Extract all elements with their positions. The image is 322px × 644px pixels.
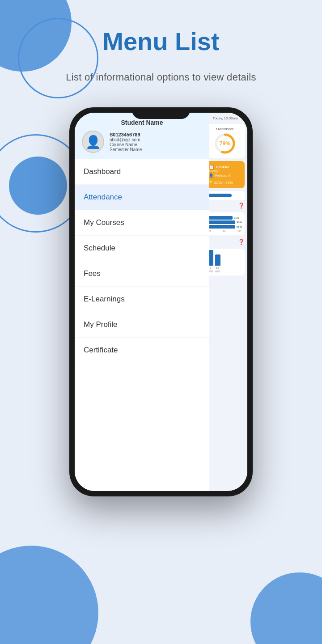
menu-item-my-profile[interactable]: My Profile xyxy=(75,312,209,338)
user-icon: 👤 xyxy=(85,135,101,149)
bar-col-fill-2 xyxy=(215,254,220,266)
profile-row: 👤 S0123456789 abcd@xyz.com Course Name S… xyxy=(82,131,202,153)
phone-screen: 9:41 ⊛ Wordpro Technical Ukiersity Wordp… xyxy=(75,113,247,491)
bar-col-2: 5.5 PSD xyxy=(215,254,220,273)
course-label: Course/ xyxy=(216,165,229,169)
menu-item-dashboard[interactable]: Dashboard xyxy=(75,159,209,185)
attendance-card: t Attendance 79% xyxy=(205,124,245,158)
attendance-label: t Attendance xyxy=(209,127,241,131)
bar-pct-1: 91% xyxy=(234,216,239,219)
menu-item-elearnings[interactable]: E-Learnings xyxy=(75,287,209,312)
bar-row-2: 96% xyxy=(208,220,242,224)
menu-item-certificate[interactable]: Certificate xyxy=(75,338,209,363)
phone-mockup: 9:41 ⊛ Wordpro Technical Ukiersity Wordp… xyxy=(69,107,253,496)
menu-item-schedule[interactable]: Schedule xyxy=(75,236,209,261)
menu-items-list: Dashboard Attendance My Courses Schedule… xyxy=(75,159,209,491)
axis-90: 90 xyxy=(223,230,226,233)
progress-bar-area xyxy=(205,191,245,200)
course-stat: 20/30 : 76% xyxy=(214,181,233,185)
course-type: Theory xyxy=(209,169,241,173)
bar-chart: 91% 96% 98% 80 90 100 xyxy=(205,212,245,235)
bar-fill-3 xyxy=(208,225,235,229)
bar-pct-3: 98% xyxy=(237,225,242,228)
bar-row-3: 98% xyxy=(208,225,242,229)
menu-overlay: Student Name 👤 S0123456789 abcd@xyz.com … xyxy=(75,113,209,491)
student-name-label: Student Name xyxy=(82,119,202,126)
progress-bar xyxy=(208,194,232,197)
avatar: 👤 xyxy=(82,131,104,153)
student-course: Course Name xyxy=(110,142,202,147)
refresh-icon[interactable]: ↻ xyxy=(241,116,244,120)
bar-col-label-1: 7 xyxy=(210,267,211,269)
page-subtitle: List of informational options to view de… xyxy=(66,69,256,85)
axis-100: 100 xyxy=(237,230,241,233)
menu-item-fees[interactable]: Fees xyxy=(75,261,209,287)
bar-col-axis-2: PSD xyxy=(216,270,220,273)
bar-pct-2: 96% xyxy=(237,221,242,224)
student-email: abcd@xyz.com xyxy=(110,137,202,142)
bar-fill-2 xyxy=(208,220,235,224)
course-card: 📋 Course/ Theory 👤 Professor N ⭐ 20/30 :… xyxy=(205,161,245,188)
phone-notch xyxy=(132,107,190,119)
bar-fill-1 xyxy=(208,216,233,220)
student-id: S0123456789 xyxy=(110,132,202,137)
attendance-pct: 79% xyxy=(220,140,230,147)
attendance-ring: 79% xyxy=(214,132,236,155)
menu-item-attendance[interactable]: Attendance xyxy=(75,185,209,210)
bg-circle-bottom-right xyxy=(250,572,322,644)
bar-row-1: 91% xyxy=(208,216,242,220)
menu-profile-header: Student Name 👤 S0123456789 abcd@xyz.com … xyxy=(75,113,209,159)
bottom-bar-chart: 7 PSD 5.5 PSD xyxy=(205,249,245,275)
profile-info: S0123456789 abcd@xyz.com Course Name Sem… xyxy=(110,132,202,152)
bar-col-label-2: 5.5 xyxy=(216,267,219,269)
menu-item-my-courses[interactable]: My Courses xyxy=(75,210,209,236)
page-title: Menu List xyxy=(102,27,219,56)
student-semester: Semester Name xyxy=(110,147,202,152)
bg-circle-bottom-left xyxy=(0,546,98,644)
course-professor: Professor N xyxy=(215,174,232,177)
